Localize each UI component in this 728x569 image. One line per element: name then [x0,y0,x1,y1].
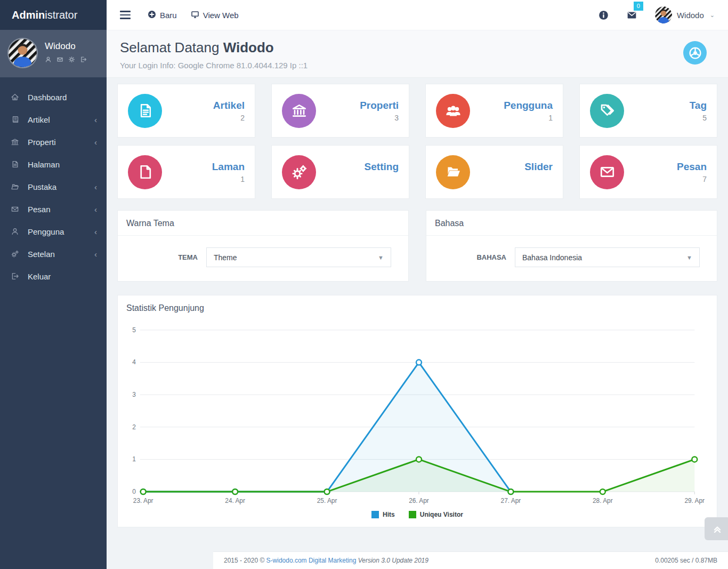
info-box-count [524,175,553,183]
language-select[interactable]: Bahasa Indonesia ▼ [515,247,700,267]
info-box-properti[interactable]: Properti3 [271,84,409,138]
sidebar-toggle-icon[interactable] [120,11,131,19]
sidebar-item-setelan[interactable]: Setelan ‹ [0,243,107,265]
file-icon [128,155,162,189]
legend-swatch-hits [371,511,379,518]
sidebar-item-dashboard[interactable]: Dashboard [0,86,107,108]
svg-text:3: 3 [132,391,136,398]
svg-text:26. Apr: 26. Apr [409,497,429,504]
sidebar-user-panel: Widodo [0,30,107,77]
language-select-label: BAHASA [435,253,515,261]
sidebar-item-label: Pesan [28,205,51,214]
new-button-label: Baru [160,11,177,20]
chevron-left-icon: ‹ [94,183,97,191]
sidebar-item-label: Pengguna [28,227,64,236]
brand-rest: istrator [45,9,77,21]
info-box-count: 1 [504,114,553,122]
info-box-pengguna[interactable]: Pengguna1 [425,84,563,138]
chevron-left-icon: ‹ [94,205,97,213]
svg-text:0: 0 [132,488,136,495]
tags-icon [590,94,624,128]
footer-performance: 0.00205 sec / 0.87MB [655,557,717,564]
sidebar-item-label: Halaman [28,160,60,169]
svg-text:28. Apr: 28. Apr [593,497,613,504]
sidebar-item-pengguna[interactable]: Pengguna ‹ [0,220,107,243]
chevron-down-icon: ⌄ [710,12,715,19]
folder-open-icon [436,155,470,189]
chevron-left-icon: ‹ [94,138,97,146]
info-box-label: Slider [524,161,553,173]
avatar[interactable] [7,38,38,68]
svg-text:1: 1 [132,455,136,463]
user-icon [11,227,20,236]
chevron-left-icon: ‹ [94,116,97,124]
sidebar-item-properti[interactable]: Properti ‹ [0,131,107,153]
sidebar-item-pustaka[interactable]: Pustaka ‹ [0,175,107,198]
messages-button[interactable]: 0 [627,10,637,20]
scroll-to-top-button[interactable] [705,517,728,540]
top-navbar: Baru View Web 0 [107,0,728,30]
bank-icon [11,138,20,147]
new-button[interactable]: Baru [148,10,177,20]
info-box-setting[interactable]: Setting [271,145,409,199]
info-box-count: 7 [677,175,707,183]
app-logo[interactable]: Administrator [0,0,107,30]
info-box-laman[interactable]: Laman1 [117,145,255,199]
svg-text:25. Apr: 25. Apr [317,497,337,504]
view-web-button[interactable]: View Web [191,10,239,20]
info-box-tag[interactable]: Tag5 [579,84,717,138]
sidebar-item-halaman[interactable]: Halaman [0,153,107,175]
info-box-label: Artikel [213,100,245,111]
chevron-left-icon: ‹ [94,228,97,236]
info-box-count: 3 [360,114,399,122]
plus-circle-icon [148,10,156,20]
sidebar: Administrator Widodo [0,0,107,569]
message-count-badge: 0 [634,2,643,11]
mail-icon[interactable] [56,55,63,65]
profile-icon[interactable] [45,55,52,65]
sidebar-item-keluar[interactable]: Keluar [0,265,107,287]
statistics-panel-title: Statistik Pengunjung [118,295,717,315]
info-box-label: Setting [365,161,399,173]
user-dropdown[interactable]: Widodo ⌄ [655,6,715,23]
info-button[interactable] [598,10,609,20]
line-chart: 01234523. Apr24. Apr25. Apr26. Apr27. Ap… [125,323,709,509]
chart-legend: Hits Uniqeu Visitor [118,511,717,518]
info-box-label: Pengguna [504,100,553,111]
users-icon [436,94,470,128]
home-icon [11,93,20,102]
statistics-panel: Statistik Pengunjung 01234523. Apr24. Ap… [117,295,717,527]
folder-open-icon [11,182,20,191]
info-box-slider[interactable]: Slider [425,145,563,199]
sidebar-item-label: Artikel [28,115,50,124]
language-select-value: Bahasa Indonesia [522,253,582,262]
info-box-artikel[interactable]: Artikel2 [117,84,255,138]
book-icon [11,115,20,124]
info-box-label: Pesan [677,161,707,173]
legend-swatch-unique-visitor [409,511,416,518]
sidebar-menu: Dashboard Artikel ‹ Properti ‹ Halaman P… [0,77,107,287]
theme-select[interactable]: Theme ▼ [206,247,391,267]
info-circle-icon [598,10,609,20]
logout-icon[interactable] [80,55,87,65]
footer-link[interactable]: S-widodo.com Digital Marketing [266,557,357,564]
gear-icon[interactable] [68,55,75,65]
sidebar-item-pesan[interactable]: Pesan ‹ [0,198,107,220]
select-caret-icon: ▼ [686,254,692,261]
select-caret-icon: ▼ [378,254,384,261]
page-header: Selamat Datang Widodo Your Login Info: G… [107,30,728,78]
footer: 2015 - 2020 © S-widodo.com Digital Marke… [213,551,728,569]
page-title: Selamat Datang Widodo [120,39,715,56]
info-box-pesan[interactable]: Pesan7 [579,145,717,199]
sidebar-item-artikel[interactable]: Artikel ‹ [0,108,107,131]
bank-icon [282,94,316,128]
sign-out-icon [11,272,20,281]
envelope-icon [11,205,20,214]
info-box-label: Properti [360,100,399,111]
info-box-label: Tag [690,100,707,111]
footer-copyright: 2015 - 2020 © S-widodo.com Digital Marke… [224,557,428,564]
theme-panel: Warna Tema TEMA Theme ▼ [117,210,409,282]
visitor-chart: 01234523. Apr24. Apr25. Apr26. Apr27. Ap… [118,315,717,509]
theme-select-value: Theme [214,253,237,262]
chrome-icon [683,41,707,65]
